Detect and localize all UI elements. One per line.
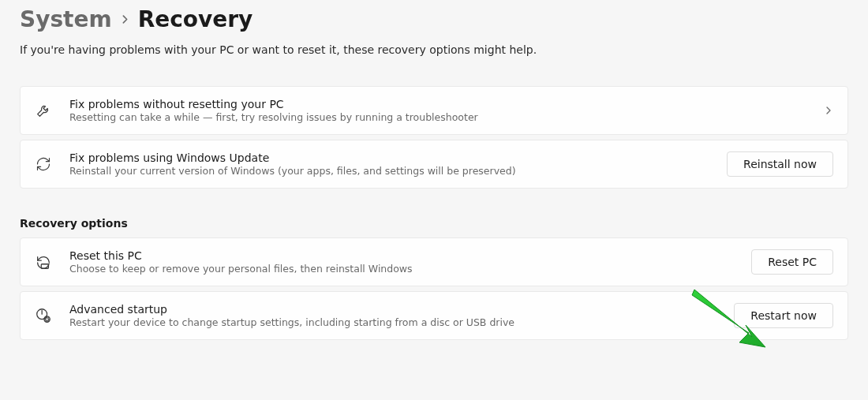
card-subtitle: Choose to keep or remove your personal f…	[69, 263, 734, 275]
card-title: Fix problems without resetting your PC	[69, 98, 806, 110]
page-description: If you're having problems with your PC o…	[20, 43, 848, 56]
card-fix-problems-windows-update: Fix problems using Windows Update Reinst…	[20, 140, 848, 189]
power-settings-icon	[35, 307, 52, 324]
breadcrumb: System Recovery	[20, 6, 848, 32]
card-title: Advanced startup	[69, 303, 716, 316]
page-title: Recovery	[138, 6, 253, 32]
section-title-recovery-options: Recovery options	[20, 217, 848, 230]
card-reset-this-pc: Reset this PC Choose to keep or remove y…	[20, 237, 848, 286]
wrench-icon	[35, 102, 52, 119]
card-subtitle: Restart your device to change startup se…	[69, 316, 716, 328]
card-fix-problems-no-reset[interactable]: Fix problems without resetting your PC R…	[20, 86, 848, 135]
card-subtitle: Reinstall your current version of Window…	[69, 165, 709, 177]
sync-icon	[35, 156, 52, 172]
reset-pc-button[interactable]: Reset PC	[751, 249, 833, 275]
chevron-right-icon	[824, 106, 833, 115]
chevron-right-icon	[120, 14, 130, 24]
reset-pc-icon	[35, 253, 52, 271]
card-title: Reset this PC	[69, 249, 734, 262]
restart-now-button[interactable]: Restart now	[734, 303, 833, 328]
breadcrumb-parent[interactable]: System	[20, 6, 112, 32]
card-title: Fix problems using Windows Update	[69, 151, 709, 164]
reinstall-now-button[interactable]: Reinstall now	[727, 151, 833, 177]
card-advanced-startup: Advanced startup Restart your device to …	[20, 291, 848, 340]
card-subtitle: Resetting can take a while — first, try …	[69, 111, 806, 123]
